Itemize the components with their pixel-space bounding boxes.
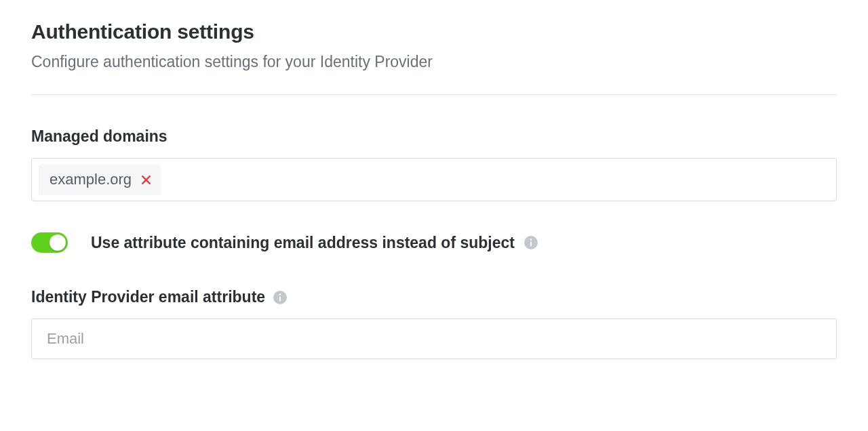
close-icon[interactable] xyxy=(141,175,151,185)
svg-point-4 xyxy=(530,239,532,241)
page-subtitle: Configure authentication settings for yo… xyxy=(31,53,837,71)
managed-domains-input[interactable]: example.org xyxy=(31,158,837,201)
info-icon[interactable] xyxy=(524,236,538,249)
email-attribute-label: Identity Provider email attribute xyxy=(31,288,265,306)
divider xyxy=(31,94,837,95)
use-attribute-toggle[interactable] xyxy=(31,232,68,253)
email-attribute-input[interactable] xyxy=(31,319,837,359)
toggle-knob xyxy=(50,234,66,251)
domain-tag: example.org xyxy=(39,164,161,195)
svg-rect-3 xyxy=(530,242,532,247)
info-icon[interactable] xyxy=(273,291,287,304)
svg-rect-6 xyxy=(279,296,281,301)
domain-tag-label: example.org xyxy=(50,171,132,188)
use-attribute-label: Use attribute containing email address i… xyxy=(91,234,515,252)
svg-point-7 xyxy=(279,293,281,295)
managed-domains-label: Managed domains xyxy=(31,127,837,146)
page-title: Authentication settings xyxy=(31,20,837,43)
